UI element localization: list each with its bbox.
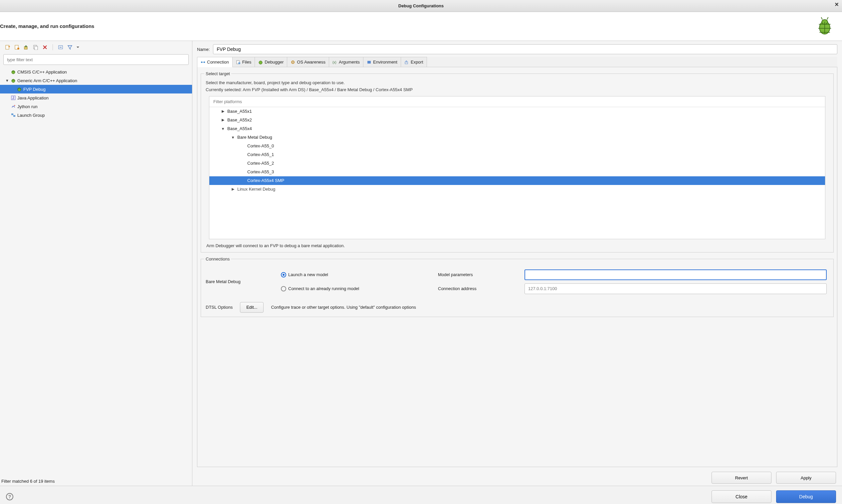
debugger-icon xyxy=(258,60,263,65)
connect-running-model-radio[interactable] xyxy=(281,286,286,291)
chevron-down-icon[interactable]: ▼ xyxy=(5,78,9,83)
connection-address-input[interactable] xyxy=(524,284,827,294)
collapse-all-icon[interactable] xyxy=(58,44,64,50)
platform-tree-item[interactable]: Cortex-A55_2 xyxy=(209,159,825,168)
platform-tree-label: Cortex-A55x4 SMP xyxy=(245,178,284,183)
files-icon xyxy=(236,60,240,65)
dialog-footer: ? Close Debug xyxy=(0,486,842,504)
arguments-icon: (x) xyxy=(333,60,337,65)
svg-point-20 xyxy=(18,88,21,91)
sidebar-footer-status: Filter matched 6 of 19 items xyxy=(0,477,192,486)
platform-tree-item[interactable]: Cortex-A55_1 xyxy=(209,150,825,159)
tab-label: Debugger xyxy=(265,59,284,65)
filter-menu-icon[interactable] xyxy=(76,44,79,50)
tab-export[interactable]: Export xyxy=(401,57,427,67)
platform-tree-item[interactable]: ▶Linux Kernel Debug xyxy=(209,185,825,194)
svg-point-10 xyxy=(17,48,19,50)
tab-label: Files xyxy=(242,59,251,65)
platform-filter-input[interactable] xyxy=(209,96,825,107)
help-icon[interactable]: ? xyxy=(6,493,13,500)
close-icon[interactable]: × xyxy=(835,1,839,8)
environment-icon xyxy=(367,60,372,65)
dtsl-description: Configure trace or other target options.… xyxy=(271,305,416,310)
tab-os-awareness[interactable]: OS Awareness xyxy=(287,57,329,67)
name-label: Name: xyxy=(197,47,210,52)
platform-tree-item[interactable]: Cortex-A55_3 xyxy=(209,168,825,176)
tree-item-jython[interactable]: Jython run xyxy=(0,102,192,111)
platform-tree-item[interactable]: ▼Base_A55x4 xyxy=(209,124,825,133)
connect-running-model-label: Connect to an already running model xyxy=(288,286,438,291)
connection-icon xyxy=(201,60,205,65)
launch-new-model-radio[interactable] xyxy=(281,272,286,277)
tab-debugger[interactable]: Debugger xyxy=(255,57,287,67)
new-config-icon[interactable] xyxy=(5,44,11,50)
connections-row-label: Bare Metal Debug xyxy=(206,279,279,284)
platform-tree-item[interactable]: Cortex-A55x4 SMP xyxy=(209,176,825,185)
chevron-down-icon[interactable]: ▼ xyxy=(221,127,225,131)
config-name-input[interactable] xyxy=(213,44,837,54)
sidebar-filter-input[interactable] xyxy=(3,54,189,65)
platform-tree-label: Linux Kernel Debug xyxy=(235,187,275,192)
config-sidebar: CMSIS C/C++ Application ▼ Generic Arm C/… xyxy=(0,41,192,486)
revert-button[interactable]: Revert xyxy=(712,472,771,484)
new-prototype-icon[interactable] xyxy=(14,44,20,50)
platform-tree-label: Cortex-A55_0 xyxy=(245,143,274,148)
svg-point-24 xyxy=(14,105,15,106)
chevron-down-icon[interactable]: ▼ xyxy=(231,136,235,139)
bug-small-icon xyxy=(17,87,22,92)
dtsl-edit-button[interactable]: Edit... xyxy=(240,302,264,313)
tab-arguments[interactable]: (x) Arguments xyxy=(329,57,363,67)
debugger-description: Arm Debugger will connect to an FVP to d… xyxy=(204,240,830,249)
connection-address-label: Connection address xyxy=(438,286,524,291)
config-tree: CMSIS C/C++ Application ▼ Generic Arm C/… xyxy=(0,67,192,120)
svg-rect-26 xyxy=(13,115,15,117)
tree-item-generic-arm[interactable]: ▼ Generic Arm C/C++ Application xyxy=(0,76,192,85)
filter-icon[interactable] xyxy=(67,44,73,50)
platform-tree-label: Cortex-A55_3 xyxy=(245,169,274,174)
platform-tree-item[interactable]: Cortex-A55_0 xyxy=(209,142,825,150)
platform-tree-label: Base_A55x4 xyxy=(225,126,252,131)
platform-tree-item[interactable]: ▶Base_A55x2 xyxy=(209,116,825,124)
select-target-desc2: Currently selected: Arm FVP (Installed w… xyxy=(206,87,829,93)
platform-tree-item[interactable]: ▼Bare Metal Debug xyxy=(209,133,825,142)
svg-rect-27 xyxy=(201,61,202,63)
chevron-right-icon[interactable]: ▶ xyxy=(231,187,235,191)
duplicate-config-icon[interactable] xyxy=(33,44,39,50)
svg-rect-13 xyxy=(35,46,38,50)
bug-small-icon xyxy=(11,78,16,83)
tree-item-label: CMSIS C/C++ Application xyxy=(17,70,67,74)
select-target-group: Select target Select the manufacturer, b… xyxy=(201,71,834,252)
svg-point-34 xyxy=(292,61,293,62)
connection-panel: Select target Select the manufacturer, b… xyxy=(197,67,837,467)
svg-text:J: J xyxy=(12,96,14,100)
tree-item-fvp-debug[interactable]: FVP Debug xyxy=(0,85,192,93)
svg-point-32 xyxy=(259,61,262,64)
delete-config-icon[interactable] xyxy=(42,44,48,50)
export-config-icon[interactable] xyxy=(23,44,29,50)
window-title: Debug Configurations xyxy=(398,3,444,8)
tree-item-launch-group[interactable]: Launch Group xyxy=(0,111,192,120)
platform-tree-item[interactable]: ▶Base_A55x1 xyxy=(209,107,825,116)
apply-button[interactable]: Apply xyxy=(776,472,836,484)
model-parameters-input[interactable] xyxy=(524,269,827,280)
tab-label: Environment xyxy=(373,59,397,65)
platform-tree-box: ▶Base_A55x1▶Base_A55x2▼Base_A55x4▼Bare M… xyxy=(209,96,825,239)
launch-new-model-label: Launch a new model xyxy=(288,272,438,277)
debug-button[interactable]: Debug xyxy=(776,490,836,503)
close-button[interactable]: Close xyxy=(712,490,771,503)
platform-tree-label: Cortex-A55_2 xyxy=(245,161,274,166)
svg-point-18 xyxy=(12,79,15,83)
tab-environment[interactable]: Environment xyxy=(363,57,401,67)
chevron-right-icon[interactable]: ▶ xyxy=(221,118,225,122)
chevron-right-icon[interactable]: ▶ xyxy=(221,109,225,113)
java-icon: J xyxy=(11,95,16,101)
jython-icon xyxy=(11,104,16,109)
tree-item-cmsis[interactable]: CMSIS C/C++ Application xyxy=(0,68,192,76)
tab-files[interactable]: Files xyxy=(232,57,255,67)
bug-small-icon xyxy=(11,69,16,74)
connections-group: Connections Bare Metal Debug Launch a ne… xyxy=(201,256,834,317)
tree-item-java-app[interactable]: J Java Application xyxy=(0,93,192,102)
tree-item-label: Generic Arm C/C++ Application xyxy=(17,78,77,83)
dtsl-options-label: DTSL Options xyxy=(206,305,233,310)
tab-connection[interactable]: Connection xyxy=(197,57,233,67)
